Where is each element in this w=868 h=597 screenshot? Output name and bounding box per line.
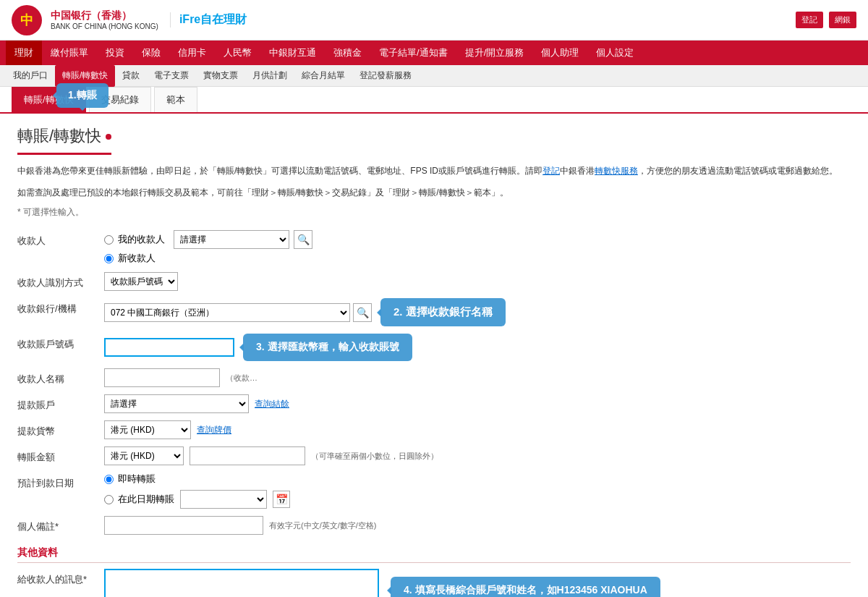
bank-row: 收款銀行/機構 072 中國工商銀行（亞洲） 🔍 2. 選擇收款銀行名稱 bbox=[17, 298, 851, 326]
header-right: 登記 網銀 bbox=[796, 12, 856, 28]
bank-select-wrapper: 072 中國工商銀行（亞洲） 🔍 2. 選擇收款銀行名稱 bbox=[104, 298, 506, 326]
message-textarea[interactable] bbox=[104, 569, 379, 597]
scheduled-radio[interactable]: 在此日期轉賬 bbox=[104, 493, 174, 506]
sub-nav-myaccount[interactable]: 我的戶口 bbox=[6, 65, 55, 87]
new-payee-label: 新收款人 bbox=[118, 252, 156, 265]
main-content: 轉賬/轉數快 中銀香港為您帶來更佳轉賬新體驗，由即日起，於「轉賬/轉數快」可選擇… bbox=[0, 114, 868, 597]
currency-control: 港元 (HKD) 美元 (USD) 人民幣 (CNY) 查詢牌價 bbox=[104, 420, 851, 439]
personal-note-input[interactable] bbox=[104, 516, 263, 535]
banking-button[interactable]: 網銀 bbox=[829, 12, 856, 28]
sub-nav-monthly[interactable]: 月供計劃 bbox=[245, 65, 294, 87]
immediate-label: 即時轉賬 bbox=[118, 473, 156, 486]
account-no-control: 3. 選擇匯款幣種，輸入收款賬號 bbox=[104, 334, 851, 361]
date-label: 預計到款日期 bbox=[17, 473, 104, 490]
sub-nav: 我的戶口 轉賬/轉數快 貸款 電子支票 實物支票 月供計劃 綜合月結單 登記發薪… bbox=[0, 65, 868, 87]
main-nav: 理財 繳付賬單 投資 保險 信用卡 人民幣 中銀財互通 強積金 電子結單/通知書… bbox=[0, 41, 868, 65]
nav-item-estatement[interactable]: 電子結單/通知書 bbox=[370, 41, 456, 65]
scheduled-radio-input[interactable] bbox=[104, 495, 114, 504]
personal-note-control: 有效字元(中文/英文/數字/空格) bbox=[104, 516, 851, 535]
logo-cn-text: 中国银行（香港） bbox=[51, 9, 158, 22]
debit-account-control: 請選擇 查詢結餘 bbox=[104, 394, 851, 413]
recipient-row: 收款人 我的收款人 請選擇 🔍 新收款人 bbox=[17, 230, 851, 265]
nav-item-assistant[interactable]: 個人助理 bbox=[532, 41, 587, 65]
payee-name-hint: （收款… bbox=[226, 373, 258, 384]
login-button[interactable]: 登記 bbox=[796, 12, 823, 28]
sub-nav-echeque[interactable]: 電子支票 bbox=[147, 65, 196, 87]
amount-label: 轉賬金額 bbox=[17, 446, 104, 464]
id-method-control: 收款賬戶號碼 流動電話號碼 電郵地址 FPS ID bbox=[104, 272, 851, 291]
scheduled-label: 在此日期轉賬 bbox=[118, 493, 174, 506]
amount-input[interactable] bbox=[190, 446, 305, 465]
nav-item-invest[interactable]: 投資 bbox=[97, 41, 133, 65]
logo-area: 中 中国银行（香港） BANK OF CHINA (HONG KONG) iFr… bbox=[12, 5, 247, 35]
ifree-label: iFre自在理財 bbox=[179, 12, 247, 27]
account-no-row: 收款賬戶號碼 3. 選擇匯款幣種，輸入收款賬號 bbox=[17, 334, 851, 361]
debit-account-select[interactable]: 請選擇 bbox=[104, 394, 249, 413]
id-method-row: 收款人識別方式 收款賬戶號碼 流動電話號碼 電郵地址 FPS ID bbox=[17, 272, 851, 291]
amount-row: 轉賬金額 港元 (HKD) 美元 (USD) （可準確至兩個小數位，日圓除外） bbox=[17, 446, 851, 465]
sub-nav-statement[interactable]: 綜合月結單 bbox=[294, 65, 352, 87]
message-label: 給收款人的訊息* bbox=[17, 569, 104, 586]
bank-search-button[interactable]: 🔍 bbox=[353, 303, 372, 322]
nav-item-insurance[interactable]: 保險 bbox=[133, 41, 169, 65]
nav-item-credit[interactable]: 信用卡 bbox=[169, 41, 215, 65]
scheduled-date-select[interactable] bbox=[180, 490, 267, 509]
nav-item-licat[interactable]: 理財 bbox=[6, 41, 42, 65]
recipient-radio-group: 我的收款人 請選擇 🔍 新收款人 bbox=[104, 230, 312, 265]
logo-en-text: BANK OF CHINA (HONG KONG) bbox=[51, 22, 158, 30]
nav-item-upgrade[interactable]: 提升/開立服務 bbox=[456, 41, 533, 65]
boc-logo-icon: 中 bbox=[12, 5, 42, 35]
bank-select[interactable]: 072 中國工商銀行（亞洲） bbox=[104, 303, 350, 322]
personal-note-row: 個人備註* 有效字元(中文/英文/數字/空格) bbox=[17, 516, 851, 535]
id-method-select[interactable]: 收款賬戶號碼 流動電話號碼 電郵地址 FPS ID bbox=[104, 272, 178, 291]
payee-search-button[interactable]: 🔍 bbox=[294, 230, 312, 249]
bank-label: 收款銀行/機構 bbox=[17, 298, 104, 316]
currency-select[interactable]: 港元 (HKD) 美元 (USD) 人民幣 (CNY) bbox=[104, 420, 191, 439]
new-payee-radio[interactable]: 新收款人 bbox=[104, 252, 312, 265]
step2-tooltip: 2. 選擇收款銀行名稱 bbox=[380, 298, 506, 326]
nav-item-settings[interactable]: 個人設定 bbox=[587, 41, 642, 65]
recipient-label: 收款人 bbox=[17, 230, 104, 247]
account-no-label: 收款賬戶號碼 bbox=[17, 334, 104, 351]
my-payee-select[interactable]: 請選擇 bbox=[174, 230, 289, 249]
tab-template[interactable]: 範本 bbox=[154, 87, 197, 112]
date-row: 預計到款日期 即時轉賬 在此日期轉賬 bbox=[17, 473, 851, 509]
message-wrapper: 4. 填寫長橋綜合賬戶號和姓名，如H123456 XIAOHUA bbox=[104, 569, 660, 597]
amount-hint: （可準確至兩個小數位，日圓除外） bbox=[311, 451, 438, 462]
amount-currency-select[interactable]: 港元 (HKD) 美元 (USD) bbox=[104, 446, 184, 465]
register-link[interactable]: 登記 bbox=[542, 166, 560, 176]
check-balance-link[interactable]: 查詢結餘 bbox=[255, 398, 289, 410]
id-method-label: 收款人識別方式 bbox=[17, 272, 104, 289]
my-payee-radio[interactable]: 我的收款人 請選擇 🔍 bbox=[104, 230, 312, 249]
immediate-radio[interactable]: 即時轉賬 bbox=[104, 473, 290, 486]
debit-account-label: 提款賬戶 bbox=[17, 394, 104, 412]
immediate-radio-input[interactable] bbox=[104, 475, 114, 484]
nav-item-cross[interactable]: 中銀財互通 bbox=[260, 41, 325, 65]
message-row: 給收款人的訊息* 4. 填寫長橋綜合賬戶號和姓名，如H123456 XIAOHU… bbox=[17, 569, 851, 597]
step4-tooltip: 4. 填寫長橋綜合賬戶號和姓名，如H123456 XIAOHUA bbox=[391, 577, 660, 597]
date-control: 即時轉賬 在此日期轉賬 📅 bbox=[104, 473, 851, 509]
optional-note: * 可選擇性輸入。 bbox=[17, 206, 851, 219]
fps-link[interactable]: 轉數快服務 bbox=[595, 166, 638, 176]
logo-text: 中国银行（香港） BANK OF CHINA (HONG KONG) bbox=[51, 9, 158, 30]
sub-nav-loan[interactable]: 貸款 bbox=[115, 65, 147, 87]
bank-control: 072 中國工商銀行（亞洲） 🔍 2. 選擇收款銀行名稱 bbox=[104, 298, 851, 326]
personal-note-hint: 有效字元(中文/英文/數字/空格) bbox=[269, 520, 377, 531]
page-title: 轉賬/轉數快 bbox=[17, 125, 111, 155]
payee-name-input[interactable] bbox=[104, 368, 220, 387]
account-no-input[interactable] bbox=[104, 338, 234, 357]
sub-nav-payroll[interactable]: 登記發薪服務 bbox=[352, 65, 419, 87]
nav-item-rmb[interactable]: 人民幣 bbox=[215, 41, 260, 65]
tab-nav: 轉賬/轉數快 交易紀錄 範本 bbox=[0, 87, 868, 114]
currency-row: 提款貨幣 港元 (HKD) 美元 (USD) 人民幣 (CNY) 查詢牌價 bbox=[17, 420, 851, 439]
header: 中 中国银行（香港） BANK OF CHINA (HONG KONG) iFr… bbox=[0, 0, 868, 41]
nav-item-bill[interactable]: 繳付賬單 bbox=[42, 41, 97, 65]
account-no-wrapper: 3. 選擇匯款幣種，輸入收款賬號 bbox=[104, 334, 412, 361]
sub-nav-cheque[interactable]: 實物支票 bbox=[196, 65, 245, 87]
scheduled-row: 在此日期轉賬 📅 bbox=[104, 490, 290, 509]
check-rate-link[interactable]: 查詢牌價 bbox=[197, 424, 231, 436]
my-payee-radio-input[interactable] bbox=[104, 235, 114, 245]
new-payee-radio-input[interactable] bbox=[104, 254, 114, 263]
nav-item-mpf[interactable]: 強積金 bbox=[325, 41, 370, 65]
calendar-button[interactable]: 📅 bbox=[273, 491, 290, 508]
